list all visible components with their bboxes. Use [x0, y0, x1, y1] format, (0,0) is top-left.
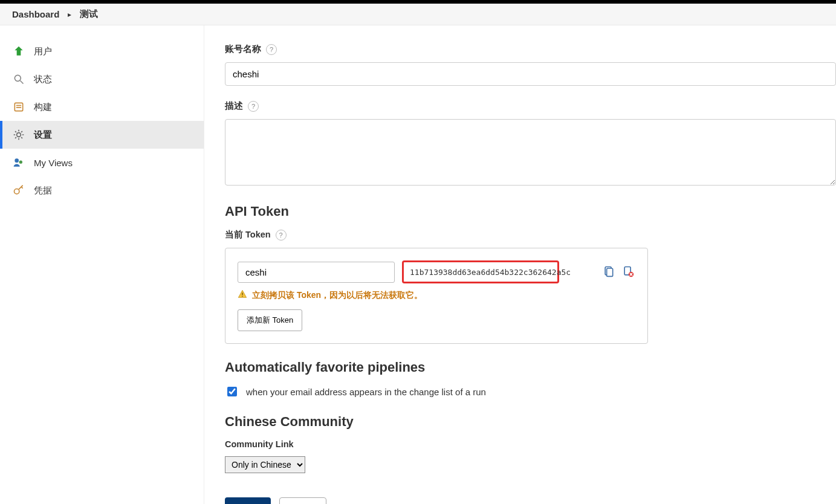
breadcrumb-root-link[interactable]: Dashboard: [12, 9, 59, 19]
add-token-button[interactable]: 添加新 Token: [238, 309, 302, 331]
sidebar: 用户 状态 构建 设置 My Views: [0, 25, 204, 504]
token-value-display: 11b713938dd63ea6dd54b322c362642a5c: [402, 260, 559, 283]
sidebar-item-label: 状态: [34, 74, 52, 85]
svg-point-6: [15, 158, 19, 163]
community-link-label: Community Link: [225, 439, 294, 449]
sidebar-item-label: 用户: [34, 46, 52, 57]
main-content: 账号名称 ? 描述 ? API Token 当前 Token ?: [204, 25, 836, 504]
apply-button[interactable]: 应用: [279, 497, 326, 504]
api-token-heading: API Token: [225, 204, 836, 219]
description-field: 描述 ?: [225, 100, 836, 188]
copy-icon[interactable]: [603, 265, 616, 279]
token-name-input[interactable]: [238, 262, 395, 283]
svg-point-5: [17, 133, 21, 137]
favorites-checkbox[interactable]: [227, 387, 237, 396]
sidebar-item-myviews[interactable]: My Views: [0, 149, 204, 176]
breadcrumb: Dashboard ▸ 测试: [0, 4, 836, 25]
warning-icon: [238, 289, 247, 301]
svg-line-1: [21, 81, 24, 84]
community-heading: Chinese Community: [225, 414, 836, 430]
svg-rect-13: [242, 292, 242, 295]
svg-rect-14: [242, 296, 242, 297]
gear-icon: [12, 128, 25, 141]
token-panel: 11b713938dd63ea6dd54b322c362642a5c: [225, 248, 648, 344]
chevron-right-icon: ▸: [68, 10, 71, 19]
sidebar-item-builds[interactable]: 构建: [0, 93, 204, 121]
account-name-label: 账号名称: [225, 44, 261, 55]
community-link-select[interactable]: Only in Chinese: [225, 456, 305, 473]
token-warning: 立刻拷贝该 Token，因为以后将无法获取它。: [238, 289, 635, 301]
key-icon: [12, 184, 25, 197]
sidebar-item-status[interactable]: 状态: [0, 65, 204, 93]
sidebar-item-label: My Views: [34, 158, 73, 168]
sidebar-item-users[interactable]: 用户: [0, 37, 204, 65]
token-warning-text: 立刻拷贝该 Token，因为以后将无法获取它。: [252, 290, 423, 301]
svg-point-7: [19, 161, 22, 164]
help-icon[interactable]: ?: [248, 101, 259, 112]
description-label: 描述: [225, 100, 243, 112]
search-icon: [12, 73, 25, 86]
sidebar-item-label: 设置: [34, 129, 52, 141]
delete-token-icon[interactable]: [622, 265, 635, 279]
current-token-label: 当前 Token: [225, 229, 271, 241]
account-name-field: 账号名称 ?: [225, 44, 836, 86]
svg-point-0: [15, 75, 21, 81]
sidebar-item-label: 构建: [34, 102, 52, 113]
sidebar-item-label: 凭据: [34, 185, 52, 196]
svg-rect-10: [607, 268, 613, 276]
sidebar-item-credentials[interactable]: 凭据: [0, 176, 204, 204]
help-icon[interactable]: ?: [266, 44, 277, 55]
help-icon[interactable]: ?: [276, 230, 287, 241]
user-icon: [12, 45, 25, 58]
account-name-input[interactable]: [225, 62, 836, 86]
svg-point-8: [15, 189, 19, 194]
breadcrumb-current-link[interactable]: 测试: [80, 8, 98, 20]
clipboard-icon: [12, 100, 25, 114]
people-icon: [12, 156, 25, 169]
favorites-checkbox-label: when your email address appears in the c…: [246, 387, 486, 397]
favorites-heading: Automatically favorite pipelines: [225, 360, 836, 375]
save-button[interactable]: 保存: [225, 497, 271, 504]
description-textarea[interactable]: [225, 119, 836, 186]
sidebar-item-settings[interactable]: 设置: [0, 121, 204, 149]
